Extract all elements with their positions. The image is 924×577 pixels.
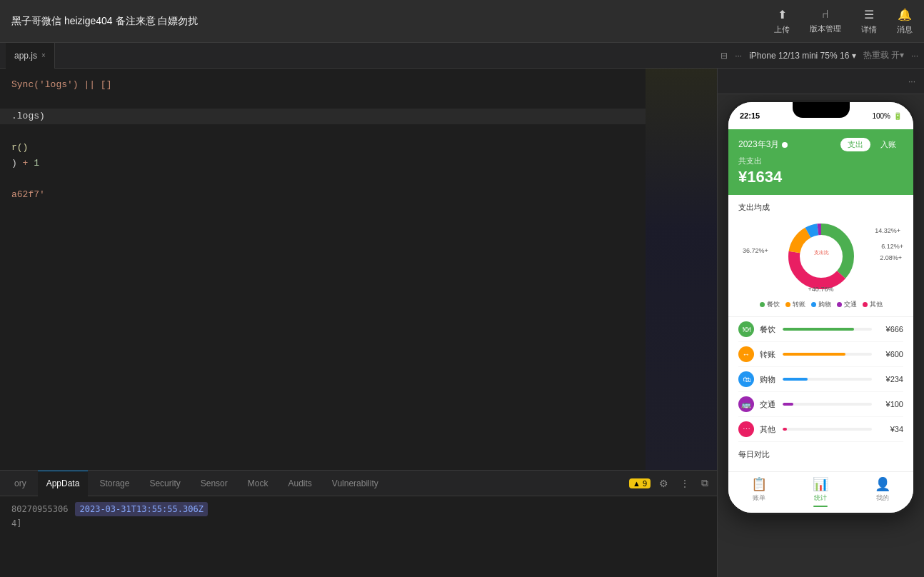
settings-icon[interactable]: ⚙	[656, 476, 671, 491]
cat-bar-5	[783, 428, 787, 431]
version-action[interactable]: ⑁ 版本管理	[810, 8, 841, 34]
panel-more-icon[interactable]: ···	[911, 51, 918, 61]
split-editor-icon[interactable]: ⊟	[720, 51, 728, 61]
category-item-5: ⋯ 其他 ¥34	[738, 417, 903, 442]
cat-icon-2: ↔	[738, 346, 754, 362]
legend-dot-3	[811, 302, 816, 307]
log-id-1: 80270955306	[11, 502, 68, 516]
spend-tab[interactable]: 支出	[840, 138, 870, 151]
cat-name-3: 购物	[760, 374, 777, 385]
code-text-1: Sync('logs') || []	[11, 77, 634, 93]
cat-icon-4: 🚌	[738, 396, 754, 412]
legend-label-4: 交通	[844, 300, 857, 309]
app-tabs: 支出 入账	[840, 138, 903, 151]
nav-profile[interactable]: 👤 我的	[875, 476, 890, 507]
phone-top-bar: ···	[718, 69, 924, 94]
category-list: 🍽 餐饮 ¥666 ↔ 转账 ¥600	[728, 317, 913, 442]
more-icon[interactable]: ⋮	[677, 476, 693, 491]
nav-stats[interactable]: 📊 统计	[813, 476, 828, 507]
notifications-action[interactable]: 🔔 消息	[897, 8, 913, 35]
app-header-top: 2023年3月 支出 入账	[738, 138, 903, 151]
cat-bar-wrap-4	[783, 403, 872, 406]
label-left: 36.72%+	[743, 247, 768, 254]
cat-name-5: 其他	[760, 424, 777, 435]
legend-dot-5	[863, 302, 868, 307]
device-selector[interactable]: iPhone 12/13 mini 75% 16 ▾	[749, 51, 855, 61]
label-top-right: 14.32%+	[875, 227, 900, 234]
cat-bar-2	[783, 353, 845, 356]
upload-action[interactable]: ⬆ 上传	[774, 8, 790, 35]
cat-amount-4: ¥100	[878, 400, 903, 408]
cat-bar-wrap-3	[783, 378, 872, 381]
bottom-tab-icons: ▲ 9 ⚙ ⋮ ⧉	[629, 476, 711, 491]
cat-icon-3: 🛍	[738, 371, 754, 387]
total-label: 共支出	[738, 156, 903, 166]
tab-appdata[interactable]: AppData	[38, 471, 89, 496]
income-tab[interactable]: 入账	[873, 138, 903, 151]
legend-label-5: 其他	[870, 300, 883, 309]
battery-icon: 🔋	[893, 112, 902, 120]
bottom-panel: ory AppData Storage Security Sensor Mock	[0, 470, 717, 577]
details-action[interactable]: ☰ 详情	[861, 8, 877, 35]
month-dot	[782, 142, 788, 148]
tab-mock[interactable]: Mock	[239, 471, 277, 496]
editor-body: Sync('logs') || [] .logs) r() ) + 1 a62f…	[0, 69, 717, 470]
cat-bar-3	[783, 378, 808, 381]
code-editor[interactable]: Sync('logs') || [] .logs) r() ) + 1 a62f…	[0, 69, 646, 470]
legend-item-4: 交通	[837, 300, 857, 309]
tab-bar-right: ⊟ ··· iPhone 12/13 mini 75% 16 ▾ 热重载 开▾ …	[720, 49, 918, 61]
cat-amount-5: ¥34	[878, 425, 903, 433]
category-item-2: ↔ 转账 ¥600	[738, 342, 903, 367]
code-text-8: a62f7'	[11, 187, 634, 203]
app-title: 黑子哥微信 heizige404 备注来意 白嫖勿扰	[11, 15, 198, 28]
tab-security[interactable]: Security	[141, 471, 189, 496]
hot-reload-button[interactable]: 热重载 开▾	[863, 49, 904, 61]
code-line-2	[0, 93, 646, 109]
cat-name-4: 交通	[760, 399, 777, 410]
expand-icon[interactable]: ⧉	[698, 476, 711, 491]
profile-label: 我的	[876, 493, 889, 503]
legend-dot-2	[785, 302, 790, 307]
code-text-6: ) + 1	[11, 156, 634, 171]
main-layout: Sync('logs') || [] .logs) r() ) + 1 a62f…	[0, 69, 924, 577]
cat-name-1: 餐饮	[760, 324, 777, 335]
file-tab-label: app.js	[14, 51, 37, 61]
category-item-3: 🛍 购物 ¥234	[738, 367, 903, 392]
month-label: 2023年3月	[738, 139, 779, 151]
legend-label-3: 购物	[818, 300, 831, 309]
total-amount: ¥1634	[738, 168, 903, 186]
cat-icon-5: ⋯	[738, 421, 754, 437]
close-tab-button[interactable]: ×	[41, 51, 46, 59]
label-right: 6.12%+	[881, 243, 903, 250]
cat-amount-1: ¥666	[878, 325, 903, 333]
file-tab[interactable]: app.js ×	[6, 43, 55, 69]
chart-title: 支出均成	[738, 202, 903, 213]
stats-icon: 📊	[813, 476, 828, 492]
legend-item-1: 餐饮	[760, 300, 780, 309]
tab-more-icon[interactable]: ···	[735, 51, 742, 61]
tab-sensor[interactable]: Sensor	[192, 471, 236, 496]
log-time-1: 2023-03-31T13:55:55.306Z	[75, 502, 207, 516]
top-bar: 黑子哥微信 heizige404 备注来意 白嫖勿扰 ⬆ 上传 ⑁ 版本管理 ☰…	[0, 0, 924, 43]
code-line-1: Sync('logs') || []	[0, 77, 646, 93]
tab-storage[interactable]: Storage	[91, 471, 138, 496]
cat-bar-1	[783, 328, 854, 331]
tab-history[interactable]: ory	[6, 471, 35, 496]
log-line-1: 80270955306 2023-03-31T13:55:55.306Z	[11, 502, 705, 516]
tab-bar: app.js × ⊟ ··· iPhone 12/13 mini 75% 16 …	[0, 43, 924, 69]
code-line-4	[0, 124, 646, 140]
phone-more-icon[interactable]: ···	[908, 76, 915, 86]
daily-section: 每日对比	[728, 442, 913, 471]
nav-bills[interactable]: 📋 账单	[751, 476, 767, 507]
details-label: 详情	[861, 24, 877, 35]
tab-audits[interactable]: Audits	[279, 471, 320, 496]
app-header: 2023年3月 支出 入账 共支出 ¥1634	[728, 129, 913, 195]
donut-area: 支出比 36.72%+ 14.32%+ 6.12%+ 2.08%+ +40.76…	[738, 217, 903, 296]
details-icon: ☰	[864, 8, 874, 21]
tab-vulnerability[interactable]: Vulnerability	[323, 471, 387, 496]
warning-badge[interactable]: ▲ 9	[629, 478, 651, 488]
legend-label-1: 餐饮	[767, 300, 780, 309]
phone-notch-bar: 22:15 100% 🔋	[728, 102, 913, 129]
legend-item-3: 购物	[811, 300, 831, 309]
daily-title: 每日对比	[738, 449, 903, 460]
